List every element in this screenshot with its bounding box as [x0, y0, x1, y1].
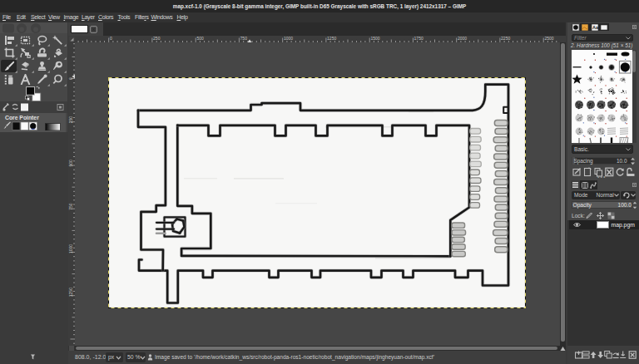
svg-text:750: 750 — [68, 203, 73, 210]
svg-text:2500: 2500 — [544, 36, 553, 41]
svg-text:500: 500 — [68, 159, 73, 166]
svg-text:250: 250 — [153, 36, 161, 41]
svg-text:250: 250 — [68, 116, 73, 123]
svg-text:0: 0 — [68, 77, 73, 80]
svg-text:2250: 2250 — [501, 36, 510, 41]
svg-text:1000: 1000 — [284, 36, 293, 41]
svg-text:0: 0 — [110, 36, 112, 41]
svg-text:1250: 1250 — [68, 287, 73, 296]
svg-text:1000: 1000 — [68, 243, 73, 253]
svg-text:500: 500 — [196, 36, 204, 41]
svg-text:1500: 1500 — [370, 36, 379, 41]
svg-text:Aa: Aa — [592, 25, 598, 30]
svg-text:750: 750 — [240, 36, 248, 41]
svg-text:1250: 1250 — [327, 36, 336, 41]
svg-text:1750: 1750 — [414, 36, 424, 41]
svg-text:2000: 2000 — [458, 36, 467, 41]
